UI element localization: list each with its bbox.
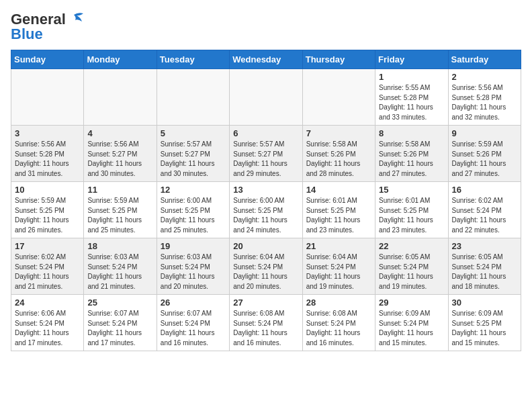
calendar-day-cell: 25Sunrise: 6:07 AM Sunset: 5:24 PM Dayli…: [84, 295, 157, 351]
day-number: 10: [15, 185, 80, 195]
day-info: Sunrise: 5:55 AM Sunset: 5:28 PM Dayligh…: [379, 83, 444, 122]
day-info: Sunrise: 6:08 AM Sunset: 5:24 PM Dayligh…: [306, 309, 371, 348]
calendar-day-cell: 4Sunrise: 5:56 AM Sunset: 5:27 PM Daylig…: [84, 126, 157, 182]
day-number: 9: [452, 128, 517, 138]
calendar-day-cell: 1Sunrise: 5:55 AM Sunset: 5:28 PM Daylig…: [375, 69, 448, 126]
day-info: Sunrise: 6:00 AM Sunset: 5:25 PM Dayligh…: [161, 196, 226, 235]
day-info: Sunrise: 5:59 AM Sunset: 5:26 PM Dayligh…: [452, 140, 517, 179]
day-number: 15: [379, 185, 444, 195]
day-info: Sunrise: 5:58 AM Sunset: 5:26 PM Dayligh…: [306, 140, 371, 179]
day-number: 30: [452, 298, 517, 308]
calendar-week-row: 17Sunrise: 6:02 AM Sunset: 5:24 PM Dayli…: [11, 238, 521, 295]
day-number: 19: [161, 241, 226, 251]
weekday-header-wednesday: Wednesday: [230, 50, 302, 69]
calendar-day-cell: 26Sunrise: 6:07 AM Sunset: 5:24 PM Dayli…: [157, 295, 229, 351]
weekday-header-sunday: Sunday: [11, 50, 84, 69]
calendar-day-cell: 13Sunrise: 6:00 AM Sunset: 5:25 PM Dayli…: [230, 182, 302, 238]
day-info: Sunrise: 5:59 AM Sunset: 5:25 PM Dayligh…: [15, 196, 80, 235]
day-number: 29: [379, 298, 444, 308]
weekday-header-monday: Monday: [84, 50, 157, 69]
day-number: 12: [161, 185, 226, 195]
calendar-day-cell: [157, 69, 229, 126]
calendar-day-cell: 14Sunrise: 6:01 AM Sunset: 5:25 PM Dayli…: [302, 182, 375, 238]
day-number: 2: [452, 72, 517, 82]
day-number: 25: [87, 298, 152, 308]
day-info: Sunrise: 5:59 AM Sunset: 5:25 PM Dayligh…: [87, 196, 152, 235]
calendar-day-cell: [230, 69, 302, 126]
page-header: General Blue: [11, 11, 521, 43]
day-info: Sunrise: 6:08 AM Sunset: 5:24 PM Dayligh…: [233, 309, 298, 348]
day-info: Sunrise: 6:07 AM Sunset: 5:24 PM Dayligh…: [87, 309, 152, 348]
calendar-header-row: SundayMondayTuesdayWednesdayThursdayFrid…: [11, 50, 521, 69]
calendar-day-cell: 28Sunrise: 6:08 AM Sunset: 5:24 PM Dayli…: [302, 295, 375, 351]
day-info: Sunrise: 6:04 AM Sunset: 5:24 PM Dayligh…: [233, 253, 298, 291]
day-info: Sunrise: 6:04 AM Sunset: 5:24 PM Dayligh…: [306, 253, 371, 291]
day-number: 11: [87, 185, 152, 195]
calendar-day-cell: 15Sunrise: 6:01 AM Sunset: 5:25 PM Dayli…: [375, 182, 448, 238]
day-info: Sunrise: 6:01 AM Sunset: 5:25 PM Dayligh…: [379, 196, 444, 235]
day-info: Sunrise: 6:02 AM Sunset: 5:24 PM Dayligh…: [15, 253, 80, 291]
day-number: 5: [161, 128, 226, 138]
weekday-header-thursday: Thursday: [302, 50, 375, 69]
calendar-day-cell: 11Sunrise: 5:59 AM Sunset: 5:25 PM Dayli…: [84, 182, 157, 238]
calendar-day-cell: 5Sunrise: 5:57 AM Sunset: 5:27 PM Daylig…: [157, 126, 229, 182]
day-number: 4: [87, 128, 152, 138]
day-number: 16: [452, 185, 517, 195]
day-number: 20: [233, 241, 298, 251]
calendar-day-cell: 22Sunrise: 6:05 AM Sunset: 5:24 PM Dayli…: [375, 238, 448, 295]
calendar-week-row: 24Sunrise: 6:06 AM Sunset: 5:24 PM Dayli…: [11, 295, 521, 351]
calendar-day-cell: 6Sunrise: 5:57 AM Sunset: 5:27 PM Daylig…: [230, 126, 302, 182]
weekday-header-friday: Friday: [375, 50, 448, 69]
day-info: Sunrise: 5:56 AM Sunset: 5:28 PM Dayligh…: [15, 140, 80, 179]
day-number: 22: [379, 241, 444, 251]
day-number: 23: [452, 241, 517, 251]
day-info: Sunrise: 6:05 AM Sunset: 5:24 PM Dayligh…: [452, 253, 517, 291]
calendar-day-cell: 24Sunrise: 6:06 AM Sunset: 5:24 PM Dayli…: [11, 295, 84, 351]
calendar-day-cell: 23Sunrise: 6:05 AM Sunset: 5:24 PM Dayli…: [448, 238, 521, 295]
day-info: Sunrise: 6:07 AM Sunset: 5:24 PM Dayligh…: [161, 309, 226, 348]
day-number: 3: [15, 128, 80, 138]
calendar-week-row: 1Sunrise: 5:55 AM Sunset: 5:28 PM Daylig…: [11, 69, 521, 126]
calendar-day-cell: 29Sunrise: 6:09 AM Sunset: 5:24 PM Dayli…: [375, 295, 448, 351]
calendar-day-cell: 16Sunrise: 6:02 AM Sunset: 5:24 PM Dayli…: [448, 182, 521, 238]
day-info: Sunrise: 6:02 AM Sunset: 5:24 PM Dayligh…: [452, 196, 517, 235]
day-number: 13: [233, 185, 298, 195]
day-number: 6: [233, 128, 298, 138]
day-info: Sunrise: 6:03 AM Sunset: 5:24 PM Dayligh…: [161, 253, 226, 291]
day-info: Sunrise: 5:57 AM Sunset: 5:27 PM Dayligh…: [161, 140, 226, 179]
day-number: 1: [379, 72, 444, 82]
weekday-header-saturday: Saturday: [448, 50, 521, 69]
day-info: Sunrise: 6:05 AM Sunset: 5:24 PM Dayligh…: [379, 253, 444, 291]
day-info: Sunrise: 5:56 AM Sunset: 5:28 PM Dayligh…: [452, 83, 517, 122]
logo: General Blue: [11, 11, 83, 43]
day-info: Sunrise: 6:06 AM Sunset: 5:24 PM Dayligh…: [15, 309, 80, 348]
day-number: 18: [87, 241, 152, 251]
day-number: 8: [379, 128, 444, 138]
day-info: Sunrise: 6:09 AM Sunset: 5:24 PM Dayligh…: [379, 309, 444, 348]
calendar-day-cell: 18Sunrise: 6:03 AM Sunset: 5:24 PM Dayli…: [84, 238, 157, 295]
day-number: 27: [233, 298, 298, 308]
calendar-week-row: 3Sunrise: 5:56 AM Sunset: 5:28 PM Daylig…: [11, 126, 521, 182]
calendar-day-cell: [84, 69, 157, 126]
calendar-day-cell: 20Sunrise: 6:04 AM Sunset: 5:24 PM Dayli…: [230, 238, 302, 295]
calendar-day-cell: 2Sunrise: 5:56 AM Sunset: 5:28 PM Daylig…: [448, 69, 521, 126]
calendar-day-cell: 7Sunrise: 5:58 AM Sunset: 5:26 PM Daylig…: [302, 126, 375, 182]
day-number: 26: [161, 298, 226, 308]
logo-bird-icon: [69, 12, 83, 24]
calendar-day-cell: 9Sunrise: 5:59 AM Sunset: 5:26 PM Daylig…: [448, 126, 521, 182]
day-number: 17: [15, 241, 80, 251]
day-info: Sunrise: 5:56 AM Sunset: 5:27 PM Dayligh…: [87, 140, 152, 179]
calendar-day-cell: 30Sunrise: 6:09 AM Sunset: 5:25 PM Dayli…: [448, 295, 521, 351]
calendar-day-cell: 19Sunrise: 6:03 AM Sunset: 5:24 PM Dayli…: [157, 238, 229, 295]
calendar-day-cell: 21Sunrise: 6:04 AM Sunset: 5:24 PM Dayli…: [302, 238, 375, 295]
calendar-day-cell: 3Sunrise: 5:56 AM Sunset: 5:28 PM Daylig…: [11, 126, 84, 182]
calendar-day-cell: 27Sunrise: 6:08 AM Sunset: 5:24 PM Dayli…: [230, 295, 302, 351]
calendar-day-cell: 17Sunrise: 6:02 AM Sunset: 5:24 PM Dayli…: [11, 238, 84, 295]
day-info: Sunrise: 5:57 AM Sunset: 5:27 PM Dayligh…: [233, 140, 298, 179]
calendar-day-cell: 12Sunrise: 6:00 AM Sunset: 5:25 PM Dayli…: [157, 182, 229, 238]
day-number: 14: [306, 185, 371, 195]
day-info: Sunrise: 6:09 AM Sunset: 5:25 PM Dayligh…: [452, 309, 517, 348]
day-info: Sunrise: 5:58 AM Sunset: 5:26 PM Dayligh…: [379, 140, 444, 179]
calendar-day-cell: 10Sunrise: 5:59 AM Sunset: 5:25 PM Dayli…: [11, 182, 84, 238]
day-info: Sunrise: 6:01 AM Sunset: 5:25 PM Dayligh…: [306, 196, 371, 235]
